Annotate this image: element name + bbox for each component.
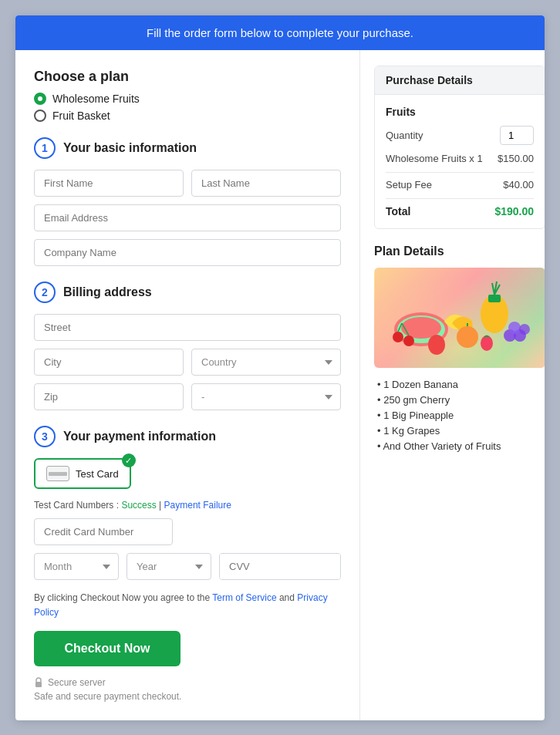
divider-2 xyxy=(386,198,534,199)
product-price: $150.00 xyxy=(498,153,534,164)
section-2-title: Billing address xyxy=(63,285,152,299)
radio-wholesome[interactable] xyxy=(34,93,46,105)
setup-fee-price: $40.00 xyxy=(503,179,534,190)
top-banner: Fill the order form below to complete yo… xyxy=(15,15,545,50)
city-input[interactable] xyxy=(34,349,184,376)
plan-option-basket[interactable]: Fruit Basket xyxy=(34,110,341,122)
svg-point-15 xyxy=(508,322,521,334)
total-label: Total xyxy=(386,205,410,217)
right-panel: Purchase Details Fruits Quantity Wholeso… xyxy=(360,50,545,720)
plan-details-title: Plan Details xyxy=(374,244,545,258)
feature-2: 250 gm Cherry xyxy=(374,394,545,406)
page-wrapper: Fill the order form below to complete yo… xyxy=(15,15,545,720)
feature-3: 1 Big Pineapple xyxy=(374,410,545,421)
cvv-wrapper xyxy=(219,553,341,580)
purchase-details-header: Purchase Details xyxy=(375,66,545,95)
separator: | xyxy=(157,500,164,511)
tos-text: By clicking Checkout Now you agree to th… xyxy=(34,591,341,620)
purchase-details-box: Purchase Details Fruits Quantity Wholeso… xyxy=(374,66,545,229)
street-input[interactable] xyxy=(34,314,341,341)
city-country-row: Country United States United Kingdom xyxy=(34,349,341,376)
company-row xyxy=(34,239,341,266)
company-input[interactable] xyxy=(34,239,341,266)
section-1-title: Your basic information xyxy=(63,141,197,155)
svg-point-18 xyxy=(403,335,414,346)
name-row xyxy=(34,170,341,197)
cvv-input[interactable] xyxy=(220,554,341,579)
last-name-input[interactable] xyxy=(191,170,341,197)
divider-1 xyxy=(386,172,534,173)
quantity-input[interactable] xyxy=(500,126,534,145)
cc-number-input[interactable] xyxy=(34,518,173,545)
failure-link[interactable]: Payment Failure xyxy=(164,500,231,511)
expiry-row: Month 01 02 03 Year 2024 2025 xyxy=(34,553,341,580)
svg-point-24 xyxy=(481,335,493,351)
product-row: Wholesome Fruits x 1 $150.00 xyxy=(386,153,534,164)
card-label: Test Card xyxy=(76,468,119,480)
test-card-info: Test Card Numbers : Success | Payment Fa… xyxy=(34,500,341,511)
plan-label-basket: Fruit Basket xyxy=(52,110,110,122)
left-panel: Choose a plan Wholesome Fruits Fruit Bas… xyxy=(15,50,360,720)
card-icon-bar xyxy=(49,472,67,476)
country-select[interactable]: Country United States United Kingdom xyxy=(191,349,341,376)
cc-row xyxy=(34,518,341,545)
setup-fee-row: Setup Fee $40.00 xyxy=(386,179,534,190)
tos-link[interactable]: Term of Service xyxy=(212,592,276,603)
secure-sub-label: Safe and secure payment checkout. xyxy=(34,691,341,702)
section-3-title: Your payment information xyxy=(63,430,216,443)
feature-5: And Other Variety of Fruits xyxy=(374,440,545,452)
plan-features-list: 1 Dozen Banana 250 gm Cherry 1 Big Pinea… xyxy=(374,379,545,452)
month-select[interactable]: Month 01 02 03 xyxy=(34,553,119,580)
payment-card-box[interactable]: Test Card ✓ xyxy=(34,458,131,489)
quantity-row: Quantity xyxy=(386,126,534,145)
email-row xyxy=(34,204,341,231)
success-link[interactable]: Success xyxy=(121,500,156,511)
first-name-input[interactable] xyxy=(34,170,184,197)
radio-basket[interactable] xyxy=(34,110,46,122)
section-2-number: 2 xyxy=(34,282,56,303)
svg-rect-6 xyxy=(488,295,501,302)
section-2-header: 2 Billing address xyxy=(34,282,341,303)
fruit-svg xyxy=(374,268,545,368)
fruit-image xyxy=(374,268,545,368)
svg-point-17 xyxy=(393,332,403,342)
svg-rect-3 xyxy=(35,682,42,687)
svg-point-16 xyxy=(519,324,530,335)
pd-section-label: Fruits xyxy=(386,106,534,118)
feature-1: 1 Dozen Banana xyxy=(374,379,545,390)
svg-point-21 xyxy=(457,326,478,348)
purchase-details-body: Fruits Quantity Wholesome Fruits x 1 $15… xyxy=(375,95,545,228)
plan-option-wholesome[interactable]: Wholesome Fruits xyxy=(34,93,341,105)
secure-server-label: Secure server xyxy=(48,677,106,688)
test-card-prefix: Test Card Numbers : xyxy=(34,500,121,511)
plan-label-wholesome: Wholesome Fruits xyxy=(52,93,140,105)
quantity-label: Quantity xyxy=(386,130,423,141)
lock-icon xyxy=(34,677,43,688)
total-row: Total $190.00 xyxy=(386,205,534,217)
street-row xyxy=(34,314,341,341)
section-3-header: 3 Your payment information xyxy=(34,426,341,447)
main-content: Choose a plan Wholesome Fruits Fruit Bas… xyxy=(15,50,545,720)
section-1-header: 1 Your basic information xyxy=(34,137,341,159)
feature-4: 1 Kg Grapes xyxy=(374,425,545,437)
product-label: Wholesome Fruits x 1 xyxy=(386,153,483,164)
tos-prefix: By clicking Checkout Now you agree to th… xyxy=(34,592,212,603)
total-price: $190.00 xyxy=(494,205,534,217)
card-icon xyxy=(46,466,69,481)
check-badge: ✓ xyxy=(122,453,136,467)
section-3-number: 3 xyxy=(34,426,56,447)
year-select[interactable]: Year 2024 2025 xyxy=(127,553,211,580)
svg-point-23 xyxy=(428,335,445,355)
choose-plan-title: Choose a plan xyxy=(34,69,341,85)
banner-text: Fill the order form below to complete yo… xyxy=(147,26,413,39)
section-1-number: 1 xyxy=(34,137,56,159)
checkout-button[interactable]: Checkout Now xyxy=(34,631,180,666)
state-select[interactable]: - xyxy=(191,383,341,410)
zip-state-row: - xyxy=(34,383,341,410)
tos-middle: and xyxy=(277,592,298,603)
secure-server-row: Secure server xyxy=(34,677,341,688)
email-input[interactable] xyxy=(34,204,341,231)
setup-fee-label: Setup Fee xyxy=(386,179,432,190)
zip-input[interactable] xyxy=(34,383,184,410)
